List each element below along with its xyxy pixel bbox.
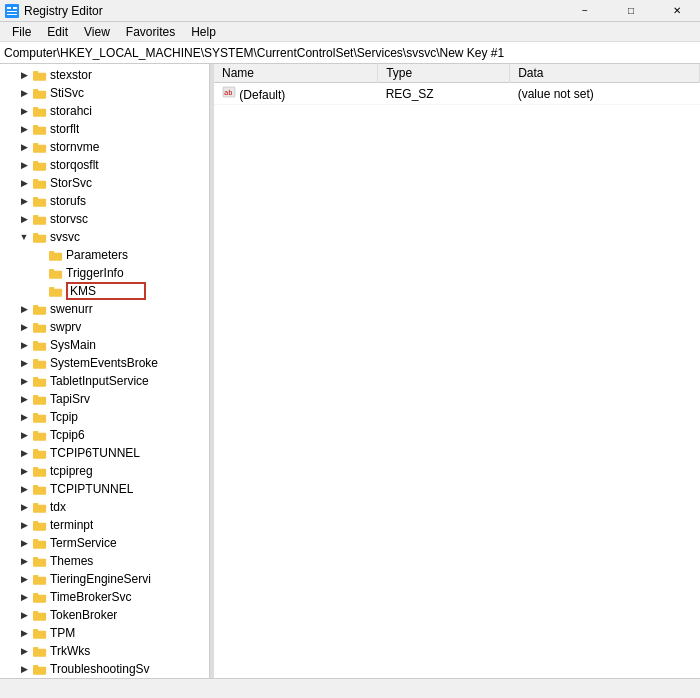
svg-rect-47 xyxy=(33,451,46,459)
tree-item[interactable]: ▶ terminpt xyxy=(0,516,209,534)
folder-icon xyxy=(32,302,48,316)
tree-item[interactable]: ▶ stexstor xyxy=(0,66,209,84)
tree-item[interactable]: ▶ swprv xyxy=(0,318,209,336)
tree-toggle-icon[interactable]: ▶ xyxy=(16,646,32,656)
tree-item[interactable]: ▼ svsvc xyxy=(0,228,209,246)
col-name[interactable]: Name xyxy=(214,64,378,83)
menu-item-favorites[interactable]: Favorites xyxy=(118,23,183,41)
tree-toggle-icon[interactable]: ▶ xyxy=(16,358,32,368)
tree-item[interactable]: ▶ stornvme xyxy=(0,138,209,156)
svg-rect-68 xyxy=(33,629,38,632)
tree-item-edit-input[interactable] xyxy=(66,282,146,300)
tree-toggle-icon[interactable]: ▶ xyxy=(16,340,32,350)
tree-item[interactable]: ▶ storufs xyxy=(0,192,209,210)
tree-item-label: TabletInputService xyxy=(50,374,149,388)
tree-toggle-icon[interactable]: ▶ xyxy=(16,574,32,584)
tree-item[interactable]: ▶ TermService xyxy=(0,534,209,552)
tree-item[interactable]: ▶ TrkWks xyxy=(0,642,209,660)
svg-rect-3 xyxy=(7,11,17,12)
svg-rect-62 xyxy=(33,575,38,578)
tree-toggle-icon[interactable]: ▶ xyxy=(16,394,32,404)
svg-rect-29 xyxy=(49,289,62,297)
tree-toggle-icon[interactable]: ▶ xyxy=(16,178,32,188)
tree-toggle-icon[interactable]: ▶ xyxy=(16,70,32,80)
tree-toggle-icon[interactable]: ▶ xyxy=(16,430,32,440)
tree-item-label: swprv xyxy=(50,320,81,334)
menu-item-file[interactable]: File xyxy=(4,23,39,41)
menu-item-edit[interactable]: Edit xyxy=(39,23,76,41)
tree-item[interactable]: ▶ storflt xyxy=(0,120,209,138)
tree-item[interactable]: ▶ TokenBroker xyxy=(0,606,209,624)
tree-toggle-icon[interactable]: ▶ xyxy=(16,556,32,566)
tree-toggle-icon[interactable]: ▶ xyxy=(16,412,32,422)
tree-item-label: swenurr xyxy=(50,302,93,316)
col-data[interactable]: Data xyxy=(510,64,700,83)
tree-item[interactable]: ▶ tcpipreg xyxy=(0,462,209,480)
tree-item[interactable]: ▶ TroubleshootingSv xyxy=(0,660,209,678)
close-button[interactable]: ✕ xyxy=(654,0,700,22)
tree-item[interactable]: ▶ TimeBrokerSvc xyxy=(0,588,209,606)
tree-toggle-icon[interactable]: ▶ xyxy=(16,214,32,224)
tree-item[interactable]: ▶ StiSvc xyxy=(0,84,209,102)
maximize-button[interactable]: □ xyxy=(608,0,654,22)
tree-toggle-icon[interactable]: ▶ xyxy=(16,520,32,530)
svg-rect-69 xyxy=(33,649,46,657)
status-bar xyxy=(0,678,700,698)
tree-toggle-icon[interactable]: ▶ xyxy=(16,124,32,134)
tree-item[interactable] xyxy=(0,282,209,300)
tree-item[interactable]: ▶ TapiSrv xyxy=(0,390,209,408)
tree-toggle-icon[interactable]: ▶ xyxy=(16,538,32,548)
table-row[interactable]: ab (Default)REG_SZ(value not set) xyxy=(214,83,700,105)
menu-item-view[interactable]: View xyxy=(76,23,118,41)
tree-item[interactable]: ▶ TCPIP6TUNNEL xyxy=(0,444,209,462)
tree-toggle-icon[interactable]: ▶ xyxy=(16,88,32,98)
tree-item[interactable]: ▶ storqosflt xyxy=(0,156,209,174)
tree-pane[interactable]: ▶ stexstor▶ StiSvc▶ storahci▶ storflt▶ s… xyxy=(0,64,210,678)
folder-icon xyxy=(32,518,48,532)
tree-item[interactable]: ▶ TCPIPTUNNEL xyxy=(0,480,209,498)
tree-toggle-icon[interactable]: ▶ xyxy=(16,448,32,458)
tree-item-label: stornvme xyxy=(50,140,99,154)
minimize-button[interactable]: − xyxy=(562,0,608,22)
tree-toggle-icon[interactable]: ▶ xyxy=(16,196,32,206)
menu-item-help[interactable]: Help xyxy=(183,23,224,41)
col-type[interactable]: Type xyxy=(378,64,510,83)
folder-icon xyxy=(32,158,48,172)
tree-toggle-icon[interactable]: ▶ xyxy=(16,376,32,386)
tree-toggle-icon[interactable]: ▶ xyxy=(16,304,32,314)
tree-item[interactable]: ▶ StorSvc xyxy=(0,174,209,192)
tree-toggle-icon[interactable]: ▶ xyxy=(16,106,32,116)
tree-item[interactable]: ▶ SysMain xyxy=(0,336,209,354)
tree-item[interactable]: ▶ TabletInputService xyxy=(0,372,209,390)
tree-item[interactable]: ▶ storahci xyxy=(0,102,209,120)
tree-item[interactable]: ▶ Tcpip6 xyxy=(0,426,209,444)
tree-toggle-icon[interactable]: ▶ xyxy=(16,322,32,332)
tree-item[interactable]: TriggerInfo xyxy=(0,264,209,282)
tree-toggle-icon[interactable]: ▶ xyxy=(16,592,32,602)
tree-toggle-icon[interactable]: ▶ xyxy=(16,664,32,674)
cell-data: (value not set) xyxy=(510,83,700,105)
tree-toggle-icon[interactable]: ▶ xyxy=(16,628,32,638)
default-value-icon: ab xyxy=(222,85,236,99)
folder-icon xyxy=(32,464,48,478)
tree-toggle-icon[interactable]: ▶ xyxy=(16,484,32,494)
tree-item[interactable]: ▶ Tcpip xyxy=(0,408,209,426)
tree-toggle-icon[interactable]: ▶ xyxy=(16,610,32,620)
tree-item[interactable]: ▶ Themes xyxy=(0,552,209,570)
tree-item[interactable]: ▶ tdx xyxy=(0,498,209,516)
tree-toggle-icon[interactable]: ▶ xyxy=(16,466,32,476)
svg-rect-18 xyxy=(33,179,38,182)
tree-item[interactable]: ▶ TieringEngineServi xyxy=(0,570,209,588)
tree-item[interactable]: ▶ TPM xyxy=(0,624,209,642)
tree-item[interactable]: ▶ SystemEventsBroke xyxy=(0,354,209,372)
tree-item[interactable]: ▶ swenurr xyxy=(0,300,209,318)
tree-toggle-icon[interactable]: ▼ xyxy=(16,232,32,242)
tree-item[interactable]: ▶ storvsc xyxy=(0,210,209,228)
tree-toggle-icon[interactable]: ▶ xyxy=(16,142,32,152)
tree-item-label: TimeBrokerSvc xyxy=(50,590,132,604)
tree-toggle-icon[interactable]: ▶ xyxy=(16,160,32,170)
tree-toggle-icon[interactable]: ▶ xyxy=(16,502,32,512)
tree-item[interactable]: Parameters xyxy=(0,246,209,264)
folder-icon xyxy=(32,320,48,334)
folder-icon xyxy=(32,608,48,622)
